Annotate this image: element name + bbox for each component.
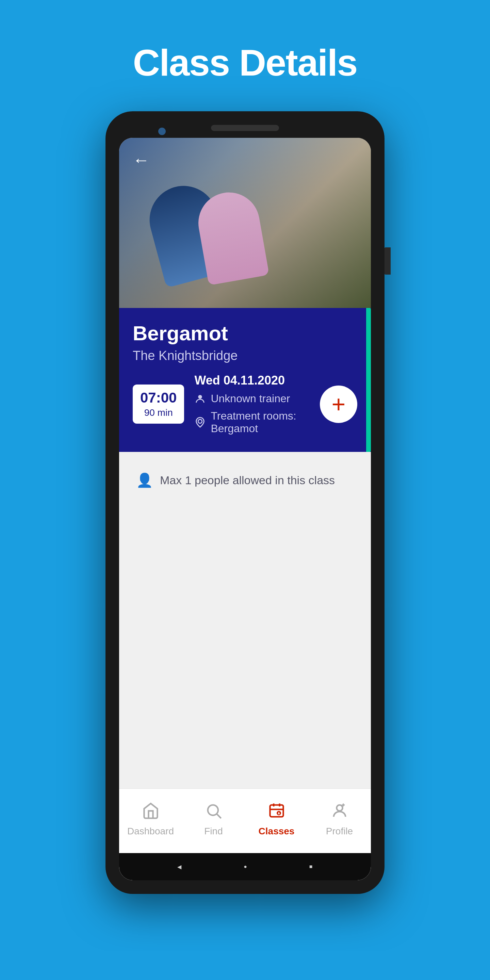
nav-classes[interactable]: Classes: [245, 802, 308, 837]
side-buttons: [385, 247, 391, 275]
nav-dashboard[interactable]: Dashboard: [119, 802, 182, 837]
side-button-1: [385, 247, 391, 275]
location-icon: [194, 417, 206, 428]
card-accent: [366, 308, 371, 452]
profile-label: Profile: [326, 826, 353, 837]
time-box: 07:00 90 min: [133, 385, 184, 423]
android-nav: ◀ ● ■: [119, 853, 371, 880]
class-info-card: Bergamot The Knightsbridge 07:00 90 min …: [119, 308, 371, 452]
profile-icon: [331, 802, 348, 822]
class-location: The Knightsbridge: [133, 348, 357, 363]
hero-image: ←: [119, 138, 371, 308]
svg-line-3: [217, 814, 221, 818]
time-value: 07:00: [140, 390, 177, 406]
phone-shell: ← Bergamot The Knightsbridge 07:00 90 mi…: [105, 111, 385, 894]
trainer-name: Unknown trainer: [211, 392, 290, 405]
nav-find[interactable]: Find: [182, 802, 245, 837]
class-meta: Wed 04.11.2020 Unknown trainer: [194, 373, 310, 435]
svg-point-2: [208, 805, 218, 815]
classes-label: Classes: [259, 826, 295, 837]
class-details-row: 07:00 90 min Wed 04.11.2020 Unknown trai…: [133, 373, 357, 435]
bottom-nav: Dashboard Find: [119, 788, 371, 853]
svg-rect-4: [270, 805, 283, 817]
trainer-row: Unknown trainer: [194, 392, 310, 405]
plus-icon: +: [332, 392, 346, 416]
classes-icon: [268, 802, 285, 822]
content-area: 👤 Max 1 people allowed in this class: [119, 452, 371, 788]
phone-screen: ← Bergamot The Knightsbridge 07:00 90 mi…: [119, 138, 371, 880]
phone-camera: [158, 127, 166, 135]
dashboard-label: Dashboard: [127, 826, 174, 837]
add-class-button[interactable]: +: [320, 385, 357, 423]
back-arrow-icon: ←: [133, 151, 150, 169]
max-people-text: Max 1 people allowed in this class: [160, 474, 335, 487]
back-button[interactable]: ←: [129, 148, 153, 172]
nav-profile[interactable]: Profile: [308, 802, 371, 837]
dashboard-icon: [142, 802, 159, 822]
room-name: Treatment rooms: Bergamot: [211, 410, 310, 435]
max-people-row: 👤 Max 1 people allowed in this class: [136, 472, 354, 488]
page-title: Class Details: [0, 41, 490, 84]
svg-point-0: [198, 395, 202, 398]
svg-point-11: [337, 805, 342, 811]
room-row: Treatment rooms: Bergamot: [194, 410, 310, 435]
trainer-icon: [194, 393, 206, 404]
class-name: Bergamot: [133, 321, 357, 345]
find-icon: [205, 802, 223, 822]
page-title-area: Class Details: [0, 0, 490, 111]
person-icon: 👤: [136, 472, 153, 488]
class-date: Wed 04.11.2020: [194, 373, 310, 388]
find-label: Find: [204, 826, 223, 837]
svg-point-1: [198, 420, 202, 423]
android-home[interactable]: ●: [243, 864, 247, 870]
time-duration: 90 min: [140, 407, 177, 418]
phone-speaker: [211, 125, 279, 131]
android-recents[interactable]: ■: [309, 864, 313, 870]
android-back[interactable]: ◀: [177, 864, 181, 870]
